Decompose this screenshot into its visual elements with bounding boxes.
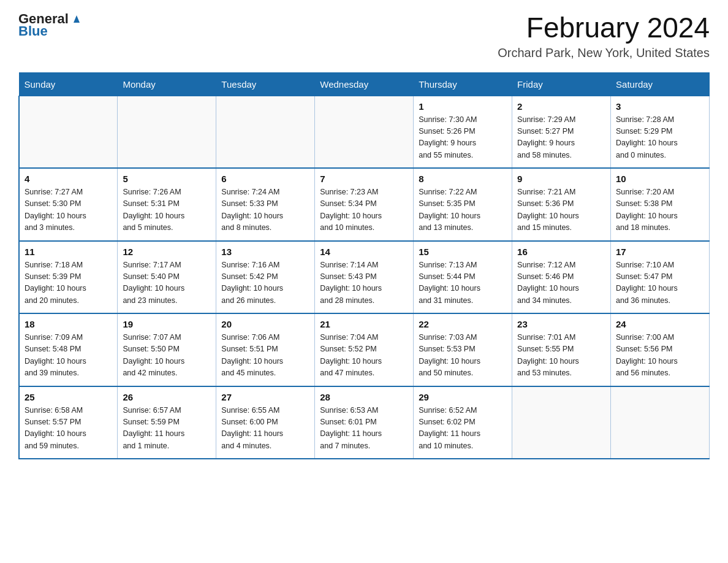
column-header-saturday: Saturday — [611, 72, 710, 96]
column-header-wednesday: Wednesday — [315, 72, 414, 96]
calendar-cell: 15Sunrise: 7:13 AM Sunset: 5:44 PM Dayli… — [414, 241, 512, 314]
calendar-week-row: 25Sunrise: 6:58 AM Sunset: 5:57 PM Dayli… — [19, 386, 710, 459]
day-info: Sunrise: 7:12 AM Sunset: 5:46 PM Dayligh… — [517, 259, 605, 307]
calendar-week-row: 1Sunrise: 7:30 AM Sunset: 5:26 PM Daylig… — [19, 96, 710, 168]
day-info: Sunrise: 7:03 AM Sunset: 5:53 PM Dayligh… — [419, 332, 507, 380]
calendar-cell: 4Sunrise: 7:27 AM Sunset: 5:30 PM Daylig… — [19, 168, 118, 241]
day-info: Sunrise: 7:29 AM Sunset: 5:27 PM Dayligh… — [517, 114, 605, 162]
day-info: Sunrise: 6:52 AM Sunset: 6:02 PM Dayligh… — [419, 405, 507, 453]
day-number: 3 — [616, 101, 704, 112]
day-info: Sunrise: 7:21 AM Sunset: 5:36 PM Dayligh… — [517, 186, 605, 234]
day-info: Sunrise: 6:57 AM Sunset: 5:59 PM Dayligh… — [123, 405, 211, 453]
day-number: 19 — [123, 319, 211, 329]
calendar-week-row: 4Sunrise: 7:27 AM Sunset: 5:30 PM Daylig… — [19, 168, 710, 241]
calendar-week-row: 18Sunrise: 7:09 AM Sunset: 5:48 PM Dayli… — [19, 313, 710, 386]
calendar-cell: 18Sunrise: 7:09 AM Sunset: 5:48 PM Dayli… — [19, 313, 118, 386]
calendar-cell: 13Sunrise: 7:16 AM Sunset: 5:42 PM Dayli… — [216, 241, 315, 314]
day-info: Sunrise: 6:58 AM Sunset: 5:57 PM Dayligh… — [25, 405, 112, 453]
day-info: Sunrise: 7:18 AM Sunset: 5:39 PM Dayligh… — [25, 259, 112, 307]
day-info: Sunrise: 6:55 AM Sunset: 6:00 PM Dayligh… — [221, 405, 309, 453]
day-number: 4 — [25, 174, 112, 184]
day-number: 22 — [419, 319, 507, 329]
day-number: 14 — [320, 247, 408, 257]
day-number: 21 — [320, 319, 408, 329]
day-number: 2 — [517, 101, 605, 112]
calendar-cell — [118, 96, 216, 168]
column-header-friday: Friday — [512, 72, 611, 96]
day-number: 20 — [221, 319, 309, 329]
day-info: Sunrise: 7:01 AM Sunset: 5:55 PM Dayligh… — [517, 332, 605, 380]
day-number: 15 — [419, 247, 507, 257]
day-info: Sunrise: 7:06 AM Sunset: 5:51 PM Dayligh… — [221, 332, 309, 380]
location-title: Orchard Park, New York, United States — [498, 46, 710, 60]
calendar-cell: 14Sunrise: 7:14 AM Sunset: 5:43 PM Dayli… — [315, 241, 414, 314]
calendar-header-row: SundayMondayTuesdayWednesdayThursdayFrid… — [19, 72, 710, 96]
day-number: 28 — [320, 392, 408, 402]
day-info: Sunrise: 7:27 AM Sunset: 5:30 PM Dayligh… — [25, 186, 112, 234]
day-info: Sunrise: 7:24 AM Sunset: 5:33 PM Dayligh… — [221, 186, 309, 234]
day-info: Sunrise: 7:16 AM Sunset: 5:42 PM Dayligh… — [221, 259, 309, 307]
day-number: 27 — [221, 392, 309, 402]
day-info: Sunrise: 7:13 AM Sunset: 5:44 PM Dayligh… — [419, 259, 507, 307]
day-number: 29 — [419, 392, 507, 402]
day-info: Sunrise: 7:04 AM Sunset: 5:52 PM Dayligh… — [320, 332, 408, 380]
calendar-cell: 16Sunrise: 7:12 AM Sunset: 5:46 PM Dayli… — [512, 241, 611, 314]
month-title: February 2024 — [498, 12, 710, 44]
calendar-cell: 26Sunrise: 6:57 AM Sunset: 5:59 PM Dayli… — [118, 386, 216, 459]
day-number: 1 — [419, 101, 507, 112]
calendar-cell: 6Sunrise: 7:24 AM Sunset: 5:33 PM Daylig… — [216, 168, 315, 241]
calendar-cell: 25Sunrise: 6:58 AM Sunset: 5:57 PM Dayli… — [19, 386, 118, 459]
calendar-cell — [512, 386, 611, 459]
calendar-cell: 7Sunrise: 7:23 AM Sunset: 5:34 PM Daylig… — [315, 168, 414, 241]
calendar-cell: 27Sunrise: 6:55 AM Sunset: 6:00 PM Dayli… — [216, 386, 315, 459]
day-info: Sunrise: 7:28 AM Sunset: 5:29 PM Dayligh… — [616, 114, 704, 162]
logo-blue-text: Blue — [18, 25, 83, 38]
day-info: Sunrise: 7:07 AM Sunset: 5:50 PM Dayligh… — [123, 332, 211, 380]
calendar-cell: 10Sunrise: 7:20 AM Sunset: 5:38 PM Dayli… — [611, 168, 710, 241]
calendar-cell: 8Sunrise: 7:22 AM Sunset: 5:35 PM Daylig… — [414, 168, 512, 241]
calendar-cell: 17Sunrise: 7:10 AM Sunset: 5:47 PM Dayli… — [611, 241, 710, 314]
day-number: 17 — [616, 247, 704, 257]
page-header: General Blue February 2024 Orchard Park,… — [18, 12, 710, 60]
calendar-cell: 19Sunrise: 7:07 AM Sunset: 5:50 PM Dayli… — [118, 313, 216, 386]
calendar-cell: 24Sunrise: 7:00 AM Sunset: 5:56 PM Dayli… — [611, 313, 710, 386]
calendar-cell: 1Sunrise: 7:30 AM Sunset: 5:26 PM Daylig… — [414, 96, 512, 168]
day-info: Sunrise: 7:09 AM Sunset: 5:48 PM Dayligh… — [25, 332, 112, 380]
calendar-cell: 28Sunrise: 6:53 AM Sunset: 6:01 PM Dayli… — [315, 386, 414, 459]
day-info: Sunrise: 7:10 AM Sunset: 5:47 PM Dayligh… — [616, 259, 704, 307]
day-number: 10 — [616, 174, 704, 184]
logo: General Blue — [18, 12, 83, 38]
calendar-cell: 3Sunrise: 7:28 AM Sunset: 5:29 PM Daylig… — [611, 96, 710, 168]
calendar-cell: 2Sunrise: 7:29 AM Sunset: 5:27 PM Daylig… — [512, 96, 611, 168]
column-header-monday: Monday — [118, 72, 216, 96]
column-header-thursday: Thursday — [414, 72, 512, 96]
svg-marker-0 — [74, 15, 80, 23]
day-info: Sunrise: 7:20 AM Sunset: 5:38 PM Dayligh… — [616, 186, 704, 234]
day-info: Sunrise: 7:17 AM Sunset: 5:40 PM Dayligh… — [123, 259, 211, 307]
day-number: 11 — [25, 247, 112, 257]
calendar-cell: 21Sunrise: 7:04 AM Sunset: 5:52 PM Dayli… — [315, 313, 414, 386]
calendar-cell: 23Sunrise: 7:01 AM Sunset: 5:55 PM Dayli… — [512, 313, 611, 386]
title-block: February 2024 Orchard Park, New York, Un… — [498, 12, 710, 60]
day-number: 7 — [320, 174, 408, 184]
day-number: 24 — [616, 319, 704, 329]
day-number: 6 — [221, 174, 309, 184]
calendar-cell: 9Sunrise: 7:21 AM Sunset: 5:36 PM Daylig… — [512, 168, 611, 241]
calendar-cell: 12Sunrise: 7:17 AM Sunset: 5:40 PM Dayli… — [118, 241, 216, 314]
calendar-cell: 20Sunrise: 7:06 AM Sunset: 5:51 PM Dayli… — [216, 313, 315, 386]
calendar-cell — [19, 96, 118, 168]
day-number: 16 — [517, 247, 605, 257]
day-number: 18 — [25, 319, 112, 329]
calendar-cell — [315, 96, 414, 168]
day-number: 26 — [123, 392, 211, 402]
calendar-cell: 11Sunrise: 7:18 AM Sunset: 5:39 PM Dayli… — [19, 241, 118, 314]
day-info: Sunrise: 7:00 AM Sunset: 5:56 PM Dayligh… — [616, 332, 704, 380]
day-number: 9 — [517, 174, 605, 184]
logo-triangle-icon — [70, 12, 83, 25]
calendar-cell: 5Sunrise: 7:26 AM Sunset: 5:31 PM Daylig… — [118, 168, 216, 241]
column-header-tuesday: Tuesday — [216, 72, 315, 96]
day-info: Sunrise: 6:53 AM Sunset: 6:01 PM Dayligh… — [320, 405, 408, 453]
day-info: Sunrise: 7:30 AM Sunset: 5:26 PM Dayligh… — [419, 114, 507, 162]
day-number: 13 — [221, 247, 309, 257]
day-number: 5 — [123, 174, 211, 184]
